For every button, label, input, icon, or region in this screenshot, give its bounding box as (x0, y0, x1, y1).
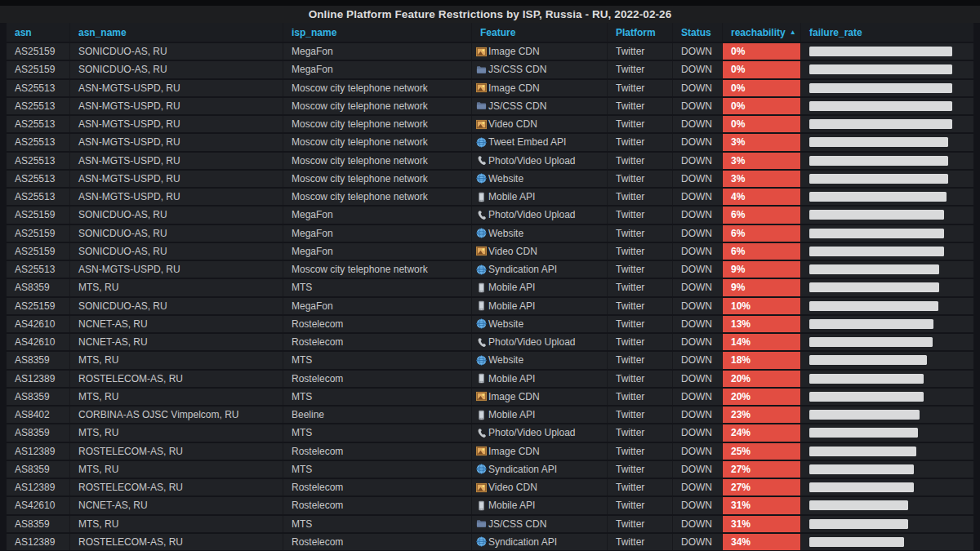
table-row[interactable]: AS25513 ASN-MGTS-USPD, RU Moscow city te… (7, 171, 973, 189)
table-row[interactable]: AS12389 ROSTELECOM-AS, RU Rostelecom Vid… (7, 479, 973, 497)
table-row[interactable]: AS25159 SONICDUO-AS, RU MegaFon Website … (7, 225, 973, 243)
cell-isp-name: Rostelecom (283, 497, 472, 513)
table-row[interactable]: AS25513 ASN-MGTS-USPD, RU Moscow city te… (7, 189, 973, 207)
cell-asn-name: MTS, RU (70, 461, 283, 478)
cell-asn-name: ROSTELECOM-AS, RU (70, 479, 283, 495)
mobile-phone-icon (476, 282, 487, 293)
framed-picture-icon (476, 47, 487, 57)
table-row[interactable]: AS25513 ASN-MGTS-USPD, RU Moscow city te… (7, 80, 973, 98)
table-row[interactable]: AS25159 SONICDUO-AS, RU MegaFon Photo/Vi… (7, 207, 973, 224)
framed-picture-icon (476, 391, 487, 402)
table-row[interactable]: AS12389 ROSTELECOM-AS, RU Rostelecom Mob… (7, 371, 973, 389)
cell-reachability: 0% (723, 98, 801, 114)
table-row[interactable]: AS25159 SONICDUO-AS, RU MegaFon Video CD… (7, 243, 973, 261)
column-header-status[interactable]: Status (673, 23, 723, 42)
reachability-value-cell: 9% (723, 261, 800, 278)
cell-platform: Twitter (608, 424, 673, 441)
cell-asn: AS25513 (7, 98, 70, 114)
cell-isp-name: Moscow city telephone network (283, 153, 472, 169)
framed-picture-icon (476, 482, 487, 493)
reachability-value: 34% (731, 536, 751, 548)
table-row[interactable]: AS8359 MTS, RU MTS Syndication API Twitt… (7, 461, 973, 479)
mobile-phone-icon (476, 500, 487, 511)
cell-isp-name: MTS (283, 389, 472, 405)
cell-asn: AS25513 (7, 153, 70, 169)
cell-failure-rate (801, 479, 973, 495)
feature-label: Image CDN (488, 82, 540, 94)
column-header-asn-name[interactable]: asn_name (70, 23, 283, 42)
cell-platform: Twitter (608, 407, 673, 423)
table-row[interactable]: AS25159 SONICDUO-AS, RU MegaFon Mobile A… (7, 298, 973, 316)
reachability-value: 27% (731, 464, 751, 475)
column-header-failure-rate[interactable]: failure_rate (801, 23, 973, 42)
cell-reachability: 9% (723, 279, 801, 295)
column-header-reachability[interactable]: reachability ▲ (723, 23, 801, 42)
reachability-value: 14% (731, 336, 751, 348)
feature-label: Mobile API (488, 373, 535, 384)
cell-reachability: 0% (723, 116, 801, 132)
table-row[interactable]: AS25513 ASN-MGTS-USPD, RU Moscow city te… (7, 98, 973, 116)
table-row[interactable]: AS8359 MTS, RU MTS Photo/Video Upload Tw… (7, 424, 973, 442)
cell-failure-rate (801, 43, 973, 60)
failure-rate-bar (809, 337, 933, 347)
framed-picture-icon (476, 446, 487, 456)
cell-feature: JS/CSS CDN (472, 516, 608, 532)
table-row[interactable]: AS8359 MTS, RU MTS Image CDN Twitter DOW… (7, 389, 973, 407)
panel-title-bar: Online Platform Feature Restrictions by … (0, 6, 980, 23)
cell-failure-rate (801, 334, 973, 350)
cell-asn: AS25159 (7, 61, 70, 78)
table-row[interactable]: AS8359 MTS, RU MTS Website Twitter DOWN … (7, 352, 973, 370)
cell-asn-name: SONICDUO-AS, RU (70, 61, 283, 78)
column-header-platform[interactable]: Platform (608, 23, 673, 42)
cell-feature: Video CDN (472, 479, 608, 495)
feature-label: Photo/Video Upload (488, 427, 576, 438)
table-row[interactable]: AS8359 MTS, RU MTS Mobile API Twitter DO… (7, 279, 973, 297)
cell-isp-name: MTS (283, 424, 472, 441)
cell-isp-name: MegaFon (283, 225, 472, 242)
cell-reachability: 3% (723, 171, 801, 187)
feature-label: Syndication API (488, 464, 557, 475)
failure-rate-bar (809, 156, 948, 166)
failure-rate-bar (809, 301, 938, 311)
cell-reachability: 3% (723, 153, 801, 169)
reachability-value: 0% (731, 100, 745, 112)
table-row[interactable]: AS42610 NCNET-AS, RU Rostelecom Photo/Vi… (7, 334, 973, 352)
cell-reachability: 34% (723, 534, 801, 550)
column-header-asn[interactable]: asn (7, 23, 70, 42)
cell-status: DOWN (673, 534, 723, 550)
table-row[interactable]: AS42610 NCNET-AS, RU Rostelecom Website … (7, 316, 973, 334)
table-row[interactable]: AS25159 SONICDUO-AS, RU MegaFon JS/CSS C… (7, 61, 973, 79)
feature-label: Image CDN (488, 391, 540, 402)
telephone-receiver-icon (476, 210, 487, 220)
reachability-value: 0% (731, 64, 745, 75)
cell-platform: Twitter (608, 461, 673, 478)
column-header-isp-name[interactable]: isp_name (283, 23, 472, 42)
cell-feature: Image CDN (472, 443, 608, 460)
cell-status: DOWN (673, 371, 723, 387)
table-row[interactable]: AS25513 ASN-MGTS-USPD, RU Moscow city te… (7, 261, 973, 279)
failure-rate-bar (809, 264, 939, 274)
page-title: Online Platform Feature Restrictions by … (309, 8, 672, 20)
cell-asn-name: ASN-MGTS-USPD, RU (70, 261, 283, 278)
table-row[interactable]: AS12389 ROSTELECOM-AS, RU Rostelecom Syn… (7, 534, 973, 551)
reachability-value: 0% (731, 82, 745, 94)
failure-rate-bar (809, 519, 908, 529)
feature-label: Mobile API (488, 300, 535, 312)
table-row[interactable]: AS25513 ASN-MGTS-USPD, RU Moscow city te… (7, 134, 973, 152)
table-row[interactable]: AS42610 NCNET-AS, RU Rostelecom Mobile A… (7, 497, 973, 515)
column-header-feature[interactable]: Feature (472, 23, 608, 42)
cell-isp-name: Rostelecom (283, 334, 472, 350)
table-row[interactable]: AS25513 ASN-MGTS-USPD, RU Moscow city te… (7, 116, 973, 134)
table-row[interactable]: AS12389 ROSTELECOM-AS, RU Rostelecom Ima… (7, 443, 973, 461)
feature-label: Website (488, 318, 523, 330)
cell-platform: Twitter (608, 534, 673, 550)
table-row[interactable]: AS8402 CORBINA-AS OJSC Vimpelcom, RU Bee… (7, 407, 973, 424)
reachability-value-cell: 20% (723, 371, 800, 387)
cell-asn-name: MTS, RU (70, 279, 283, 295)
framed-picture-icon (476, 246, 487, 256)
table-row[interactable]: AS8359 MTS, RU MTS JS/CSS CDN Twitter DO… (7, 516, 973, 534)
cell-platform: Twitter (608, 134, 673, 150)
cell-isp-name: MegaFon (283, 61, 472, 78)
table-row[interactable]: AS25513 ASN-MGTS-USPD, RU Moscow city te… (7, 153, 973, 171)
table-row[interactable]: AS25159 SONICDUO-AS, RU MegaFon Image CD… (7, 43, 973, 61)
